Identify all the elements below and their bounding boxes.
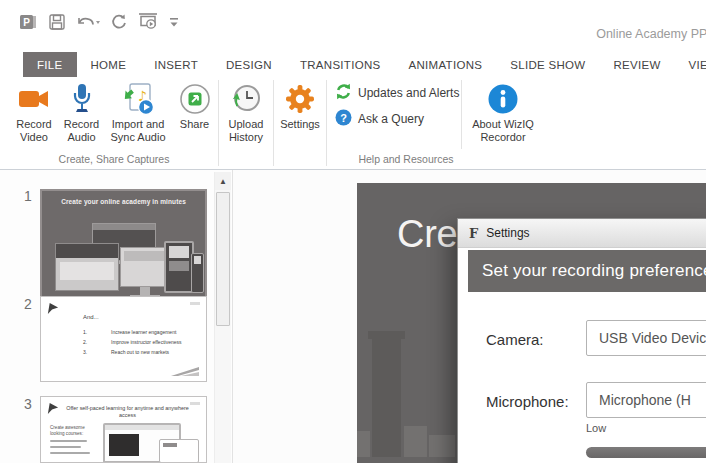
ribbon: Record Video Record Audio ♪ Import and S… xyxy=(0,77,706,170)
ask-a-query-button[interactable]: ? Ask a Query xyxy=(335,109,453,129)
powerpoint-logo-icon[interactable]: P xyxy=(20,14,38,30)
settings-dialog: F Settings Set your recording preference… xyxy=(457,218,706,463)
slide3-title: Offer self-paced learning for anytime an… xyxy=(59,405,196,419)
list-item: 1.Increase learner engagement xyxy=(83,329,183,335)
redo-icon[interactable] xyxy=(111,14,127,30)
question-mark-circle-icon: ? xyxy=(335,109,352,129)
logo-mark xyxy=(190,302,200,305)
microphone-icon xyxy=(72,80,92,118)
document-music-sync-icon: ♪ xyxy=(121,80,155,118)
svg-text:P: P xyxy=(23,16,30,27)
left-card-mockup xyxy=(55,243,119,291)
tab-file[interactable]: FILE xyxy=(23,52,77,77)
text-line xyxy=(50,446,81,449)
document-title: Online Academy PPT xyxy=(596,27,706,41)
monitor-stand xyxy=(140,287,150,295)
group-label-empty xyxy=(219,152,273,169)
customize-quick-access-icon[interactable] xyxy=(169,15,179,29)
ribbon-tab-bar: FILE HOME INSERT DESIGN TRANSITIONS ANIM… xyxy=(0,52,706,77)
start-slideshow-icon[interactable] xyxy=(138,13,158,30)
dialog-title-bar[interactable]: F Settings xyxy=(458,219,706,248)
slide-thumbnail-panel: 1 Create your online academy in minutes … xyxy=(0,170,233,463)
save-icon[interactable] xyxy=(49,14,65,30)
scrollbar-thumb[interactable] xyxy=(216,192,230,326)
upload-history-button[interactable]: Upload History xyxy=(219,77,273,152)
slide3-left-heading: Create awesome looking courses: xyxy=(50,425,85,436)
gear-icon xyxy=(284,80,316,118)
narration-flag-icon xyxy=(46,401,59,419)
import-and-sync-audio-button[interactable]: ♪ Import and Sync Audio xyxy=(105,77,171,152)
slide-number: 1 xyxy=(24,188,32,204)
info-circle-icon xyxy=(487,80,519,118)
building-silhouette xyxy=(368,331,405,339)
title-bar: P Online Academy PPT xyxy=(0,0,706,52)
microphone-label: Microphone: xyxy=(486,393,569,410)
volume-low-label: Low xyxy=(586,422,606,434)
camera-select[interactable]: USB Video Device xyxy=(586,320,706,356)
building-silhouette xyxy=(404,426,427,457)
tab-slide-show[interactable]: SLIDE SHOW xyxy=(496,52,599,77)
thumbnail-scrollbar[interactable]: ▲ xyxy=(214,172,231,463)
tablet-mockup xyxy=(164,241,194,293)
share-arrow-circle-icon xyxy=(179,80,211,118)
group-label-help-resources: Help and Resources xyxy=(327,152,485,169)
slide-thumbnail-3[interactable]: Offer self-paced learning for anytime an… xyxy=(40,396,207,463)
video-camera-icon xyxy=(18,80,50,118)
text-line xyxy=(50,440,87,443)
tab-home[interactable]: HOME xyxy=(77,52,141,77)
camera-label: Camera: xyxy=(486,331,544,348)
quick-access-toolbar: P xyxy=(20,13,179,30)
ribbon-group-help-resources: Updates and Alerts ? Ask a Query About W… xyxy=(327,77,544,169)
phone-mockup xyxy=(159,439,199,463)
microphone-select[interactable]: Microphone (H xyxy=(586,382,706,418)
slide3-left-text: Create awesome looking courses: xyxy=(50,425,94,454)
record-video-button[interactable]: Record Video xyxy=(10,77,58,152)
list-item: 2.Improve instructor effectiveness xyxy=(83,339,183,345)
building-silhouette xyxy=(357,431,370,457)
list-item: 3.Reach out to new markets xyxy=(83,349,183,355)
tab-insert[interactable]: INSERT xyxy=(140,52,212,77)
clock-history-icon xyxy=(230,80,262,118)
svg-text:?: ? xyxy=(340,112,347,124)
tab-design[interactable]: DESIGN xyxy=(212,52,286,77)
text-line xyxy=(50,452,90,455)
settings-button[interactable]: Settings xyxy=(274,77,326,152)
tab-animations[interactable]: ANIMATIONS xyxy=(395,52,497,77)
narration-flag-icon xyxy=(46,301,59,319)
about-wiziq-recordor-button[interactable]: About WizIQ Recordor xyxy=(462,77,544,152)
tab-transitions[interactable]: TRANSITIONS xyxy=(286,52,395,77)
ribbon-group-settings: Settings xyxy=(274,77,326,169)
slide-number: 2 xyxy=(24,296,32,312)
microphone-volume-meter xyxy=(586,447,706,458)
tab-review[interactable]: REVIEW xyxy=(599,52,674,77)
slide-thumbnail-2[interactable]: And... 1.Increase learner engagement 2.I… xyxy=(40,296,207,382)
refresh-arrows-icon xyxy=(335,83,352,103)
undo-icon[interactable] xyxy=(76,14,100,30)
monitor-mockup xyxy=(120,247,170,287)
slide2-list: 1.Increase learner engagement 2.Improve … xyxy=(83,329,183,355)
slide2-heading: And... xyxy=(83,314,99,320)
updates-and-alerts-button[interactable]: Updates and Alerts xyxy=(335,83,453,103)
ribbon-group-upload-history: Upload History xyxy=(219,77,273,169)
building-silhouette xyxy=(372,339,401,457)
scrollbar-up-arrow[interactable]: ▲ xyxy=(215,172,231,190)
slide1-thumb-title: Create your online academy in minutes xyxy=(42,191,205,205)
dialog-header-text: Set your recording preferences xyxy=(468,261,706,281)
recordor-app-icon: F xyxy=(469,226,478,241)
phone-mockup xyxy=(191,253,204,293)
building-silhouette xyxy=(429,435,455,457)
dialog-header-band: Set your recording preferences xyxy=(468,250,706,292)
swoosh-graphic xyxy=(171,365,201,377)
group-label-create-share: Create, Share Captures xyxy=(10,152,218,169)
group-label-empty xyxy=(274,152,326,169)
slide-number: 3 xyxy=(24,396,32,412)
record-audio-button[interactable]: Record Audio xyxy=(58,77,105,152)
dialog-title: Settings xyxy=(486,226,529,240)
ribbon-group-create-share: Record Video Record Audio ♪ Import and S… xyxy=(10,77,218,169)
tab-view[interactable]: VIEW xyxy=(675,52,706,77)
share-button[interactable]: Share xyxy=(171,77,218,152)
